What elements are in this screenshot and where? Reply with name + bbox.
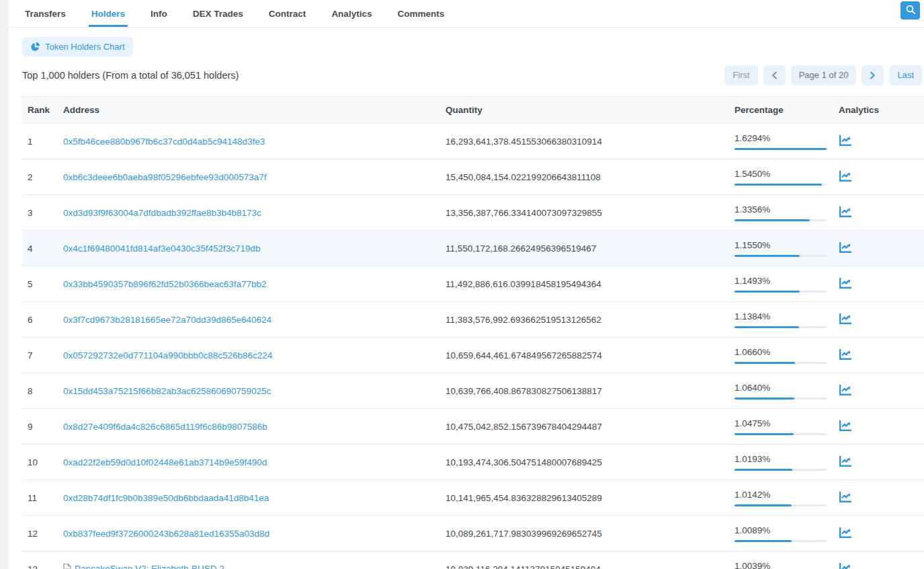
percentage-cell: 1.1493%	[729, 266, 833, 302]
contract-file-icon	[63, 564, 71, 569]
percentage-value: 1.0475%	[734, 418, 827, 428]
search-button[interactable]	[900, 1, 920, 20]
address-link[interactable]: 0x5fb46cee880b967fb6c37cd0d4ab5c94148d3f…	[63, 137, 265, 147]
percentage-value: 1.0660%	[734, 347, 827, 357]
table-row: 4 0x4c1f69480041fd814af3e0430c35f452f3c7…	[22, 231, 924, 266]
analytics-chart-icon[interactable]	[839, 527, 852, 539]
analytics-chart-icon[interactable]	[839, 562, 852, 569]
rank-cell: 12	[22, 516, 58, 552]
analytics-cell	[833, 409, 924, 445]
analytics-chart-icon[interactable]	[839, 206, 852, 218]
pagination-next-button[interactable]	[862, 65, 884, 85]
percentage-bar-fill	[734, 184, 822, 186]
address-cell: 0xd3d93f9f63004a7dfdbadb392ffae8b3b4b817…	[58, 195, 440, 231]
percentage-cell: 1.0142%	[729, 480, 833, 516]
percentage-bar	[734, 219, 827, 221]
address-link[interactable]: 0xd28b74df1fc9b0b389e50db6bbdaada41d8b41…	[63, 493, 269, 503]
token-holders-chart-label: Token Holders Chart	[45, 42, 125, 52]
address-link[interactable]: PancakeSwap V2: Elizabeth-BUSD 2	[63, 564, 224, 569]
analytics-chart-icon[interactable]	[839, 277, 852, 289]
analytics-chart-icon[interactable]	[839, 491, 852, 503]
table-header-row: Rank Address Quantity Percentage Analyti…	[22, 97, 924, 124]
percentage-cell: 1.0089%	[729, 516, 833, 552]
analytics-chart-icon[interactable]	[839, 313, 852, 325]
quantity-cell: 15,450,084,154.022199206643811108	[440, 159, 729, 195]
percentage-bar-fill	[734, 326, 799, 328]
address-link[interactable]: 0x15dd453a75215f66b82ab3ac62586069075902…	[63, 386, 271, 396]
analytics-chart-icon[interactable]	[839, 241, 852, 254]
tab-bar: TransfersHoldersInfoDEX TradesContractAn…	[9, 0, 924, 28]
column-header-quantity: Quantity	[440, 97, 729, 124]
rank-cell: 11	[22, 480, 58, 516]
address-cell: 0xb837feed9f3726000243b628a81ed16355a03d…	[58, 516, 440, 552]
analytics-cell	[833, 445, 924, 480]
pie-chart-icon	[30, 42, 40, 52]
quantity-cell: 10,141,965,454.836328829613405289	[440, 480, 729, 516]
analytics-chart-icon[interactable]	[839, 384, 852, 396]
rank-cell: 6	[22, 302, 58, 338]
address-cell: PancakeSwap V2: Elizabeth-BUSD 2	[58, 552, 440, 569]
quantity-cell: 10,039,116,204.141137915045159404	[440, 552, 729, 569]
percentage-cell: 1.1384%	[729, 302, 833, 338]
address-link[interactable]: 0x8d27e409f6da4c826c6865d119f6c86b980758…	[63, 422, 267, 432]
tab-analytics[interactable]: Analytics	[329, 0, 374, 27]
address-link[interactable]: 0xd3d93f9f63004a7dfdbadb392ffae8b3b4b817…	[63, 208, 261, 218]
address-link[interactable]: 0x057292732e0d771104a990bbb0c88c526b86c2…	[63, 350, 272, 361]
holders-panel: TransfersHoldersInfoDEX TradesContractAn…	[9, 0, 924, 569]
percentage-bar-fill	[734, 362, 795, 364]
tab-contract[interactable]: Contract	[266, 0, 309, 27]
percentage-cell: 1.0039%	[729, 552, 833, 569]
analytics-chart-icon[interactable]	[839, 170, 852, 182]
address-cell: 0xb6c3deee6b0aeba98f05296ebfee93d000573a…	[58, 159, 440, 195]
percentage-value: 1.0142%	[734, 490, 827, 500]
percentage-bar	[734, 433, 827, 435]
tab-dex-trades[interactable]: DEX Trades	[190, 0, 246, 27]
table-row: 2 0xb6c3deee6b0aeba98f05296ebfee93d00057…	[22, 159, 924, 195]
table-row: 13 PancakeSwap V2: Elizabeth-BUSD 2 10,0…	[22, 552, 924, 569]
address-cell: 0x33bb4590357b896f62fd52b0366beac63fa77b…	[58, 266, 440, 302]
analytics-cell	[833, 159, 924, 195]
rank-cell: 8	[22, 373, 58, 409]
address-link[interactable]: 0x3f7cd9673b28181665ee72a70dd39d865e6406…	[63, 315, 271, 325]
rank-cell: 5	[22, 266, 58, 302]
address-link[interactable]: 0x4c1f69480041fd814af3e0430c35f452f3c719…	[63, 243, 261, 254]
quantity-cell: 11,383,576,992.693662519513126562	[440, 302, 729, 338]
pagination-first-button[interactable]: First	[724, 65, 757, 85]
search-icon	[906, 5, 915, 16]
pagination-last-button[interactable]: Last	[889, 65, 922, 85]
column-header-percentage: Percentage	[729, 97, 833, 124]
pagination-prev-button[interactable]	[763, 65, 786, 85]
percentage-bar	[734, 469, 827, 471]
address-link[interactable]: 0x33bb4590357b896f62fd52b0366beac63fa77b…	[63, 279, 267, 289]
analytics-chart-icon[interactable]	[839, 135, 852, 147]
percentage-bar-fill	[734, 433, 794, 435]
analytics-cell	[833, 124, 924, 159]
tab-info[interactable]: Info	[148, 0, 170, 27]
percentage-bar-fill	[734, 540, 792, 542]
token-holders-chart-button[interactable]: Token Holders Chart	[22, 37, 133, 56]
pagination-page-indicator: Page 1 of 20	[791, 65, 857, 85]
column-header-address: Address	[58, 97, 440, 124]
tab-holders[interactable]: Holders	[89, 0, 128, 27]
quantity-cell: 13,356,387,766.334140073097329855	[440, 195, 729, 231]
rank-cell: 10	[22, 445, 58, 480]
analytics-chart-icon[interactable]	[839, 348, 852, 361]
address-link[interactable]: 0xb6c3deee6b0aeba98f05296ebfee93d000573a…	[63, 172, 267, 182]
address-link[interactable]: 0xad22f2eb59d0d10f02448e61ab3714b9e59f49…	[63, 457, 267, 467]
tab-comments[interactable]: Comments	[394, 0, 447, 27]
table-row: 12 0xb837feed9f3726000243b628a81ed16355a…	[22, 516, 924, 552]
quantity-cell: 10,089,261,717.983039969269652745	[440, 516, 729, 552]
address-cell: 0x3f7cd9673b28181665ee72a70dd39d865e6406…	[58, 302, 440, 338]
rank-cell: 7	[22, 338, 58, 373]
address-cell: 0xd28b74df1fc9b0b389e50db6bbdaada41d8b41…	[58, 480, 440, 516]
address-cell: 0x5fb46cee880b967fb6c37cd0d4ab5c94148d3f…	[58, 124, 440, 159]
analytics-chart-icon[interactable]	[839, 455, 852, 467]
tab-transfers[interactable]: Transfers	[22, 0, 69, 27]
address-link[interactable]: 0xb837feed9f3726000243b628a81ed16355a03d…	[63, 529, 269, 539]
address-cell: 0x15dd453a75215f66b82ab3ac62586069075902…	[58, 373, 440, 409]
percentage-value: 1.0640%	[734, 383, 827, 393]
percentage-bar	[734, 184, 827, 186]
analytics-cell	[833, 552, 924, 569]
analytics-chart-icon[interactable]	[839, 420, 852, 432]
percentage-bar	[734, 397, 827, 400]
